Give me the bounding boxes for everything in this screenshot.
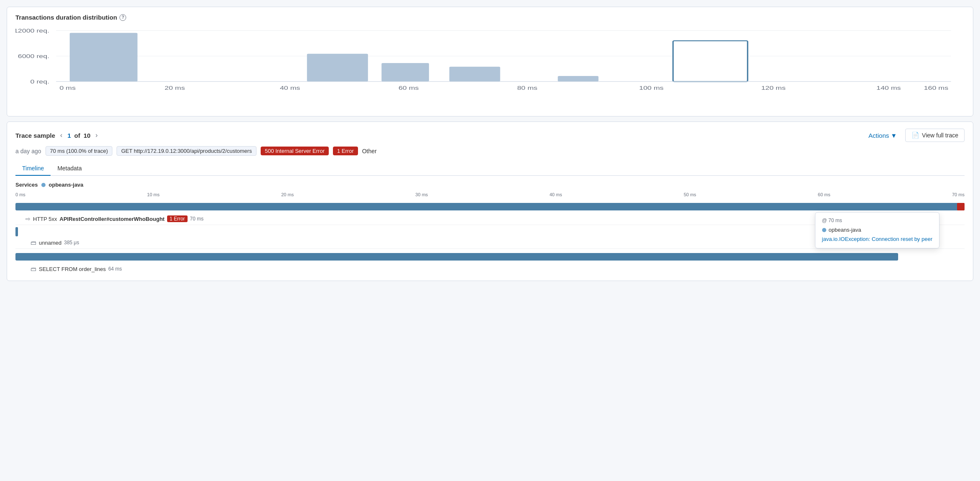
trace-of-label: of xyxy=(74,132,80,139)
tooltip-error-link[interactable]: java.io.IOException: Connection reset by… xyxy=(822,235,932,243)
tab-metadata[interactable]: Metadata xyxy=(51,162,88,176)
svg-text:40 ms: 40 ms xyxy=(280,85,300,91)
divider-2 xyxy=(15,248,965,249)
histogram-chart[interactable]: 12000 req. 6000 req. 0 req. 0 ms 20 ms 4… xyxy=(15,26,965,109)
services-label: Services xyxy=(15,182,38,188)
select-span-bar[interactable] xyxy=(15,253,898,261)
tooltip-time: @ 70 ms xyxy=(822,218,932,223)
unnamed-span-label: unnamed xyxy=(39,240,61,246)
trace-status-badge: 500 Internal Server Error xyxy=(261,147,329,155)
timeline-tooltip: @ 70 ms opbeans-java java.io.IOException… xyxy=(815,212,939,248)
chart-title: Transactions duration distribution ? xyxy=(15,14,965,21)
services-row: Services opbeans-java xyxy=(15,182,965,188)
trace-time-ago: a day ago xyxy=(15,148,41,154)
scale-30ms: 30 ms xyxy=(415,192,428,197)
trace-total: 10 xyxy=(84,132,91,139)
svg-text:20 ms: 20 ms xyxy=(165,85,185,91)
service-dot-icon xyxy=(41,183,46,187)
http-prefix: HTTP 5xx xyxy=(33,216,57,222)
svg-text:120 ms: 120 ms xyxy=(761,85,786,91)
timeline-container: ⇨ HTTP 5xx APIRestController#customerWho… xyxy=(15,200,965,274)
svg-rect-8 xyxy=(381,63,429,81)
chevron-down-icon: ▼ xyxy=(891,132,897,139)
view-full-trace-button[interactable]: 📄 View full trace xyxy=(905,129,965,142)
trace-current-page: 1 xyxy=(67,132,71,139)
http-span-duration: 70 ms xyxy=(190,216,204,222)
svg-text:12000 req.: 12000 req. xyxy=(15,28,49,33)
trace-tabs: Timeline Metadata xyxy=(15,162,965,176)
trace-url: GET http://172.19.0.12:3000/api/products… xyxy=(117,146,256,156)
svg-text:160 ms: 160 ms xyxy=(924,85,949,91)
tooltip-service-name: opbeans-java xyxy=(829,227,861,233)
svg-text:6000 req.: 6000 req. xyxy=(18,53,49,59)
trace-header: Trace sample ‹ 1 of 10 › Actions ▼ 📄 Vie… xyxy=(15,129,965,142)
trace-duration: 70 ms (100.0% of trace) xyxy=(46,146,113,156)
actions-label: Actions xyxy=(868,132,889,139)
svg-rect-11 xyxy=(673,41,748,82)
trace-panel: Trace sample ‹ 1 of 10 › Actions ▼ 📄 Vie… xyxy=(7,122,973,281)
view-trace-label: View full trace xyxy=(922,132,958,139)
svg-rect-7 xyxy=(307,54,368,82)
scale-20ms: 20 ms xyxy=(281,192,294,197)
select-span-duration: 64 ms xyxy=(108,266,122,272)
tab-timeline-label: Timeline xyxy=(22,165,44,172)
main-span-bar[interactable] xyxy=(15,203,965,210)
chart-title-text: Transactions duration distribution xyxy=(15,14,117,21)
trace-title: Trace sample ‹ 1 of 10 › xyxy=(15,131,99,140)
svg-text:0 req.: 0 req. xyxy=(30,79,50,85)
actions-button[interactable]: Actions ▼ xyxy=(864,129,901,142)
timeline-scale: 0 ms 10 ms 20 ms 30 ms 40 ms 50 ms 60 ms… xyxy=(15,192,965,197)
scale-50ms: 50 ms xyxy=(684,192,696,197)
timeline-label-row-3: 🗃 SELECT FROM order_lines 64 ms xyxy=(15,264,965,274)
svg-text:0 ms: 0 ms xyxy=(59,85,76,91)
scale-10ms: 10 ms xyxy=(147,192,160,197)
svg-rect-9 xyxy=(449,67,500,82)
select-span-label: SELECT FROM order_lines xyxy=(39,266,106,272)
svg-text:140 ms: 140 ms xyxy=(876,85,901,91)
db-icon-1: 🗃 xyxy=(30,239,36,246)
trace-meta-row: a day ago 70 ms (100.0% of trace) GET ht… xyxy=(15,146,965,156)
svg-text:80 ms: 80 ms xyxy=(517,85,538,91)
svg-rect-6 xyxy=(70,33,137,82)
tooltip-service-dot xyxy=(822,228,826,232)
prev-trace-button[interactable]: ‹ xyxy=(58,131,64,140)
unnamed-span-duration: 385 μs xyxy=(64,240,79,246)
tab-timeline[interactable]: Timeline xyxy=(15,162,51,176)
scale-60ms: 60 ms xyxy=(818,192,830,197)
next-trace-button[interactable]: › xyxy=(94,131,99,140)
histogram-svg: 12000 req. 6000 req. 0 req. 0 ms 20 ms 4… xyxy=(15,26,965,109)
trace-actions-area: Actions ▼ 📄 View full trace xyxy=(864,129,965,142)
trace-error-badge: 1 Error xyxy=(333,147,358,155)
timeline-row-full-bar xyxy=(15,200,965,214)
service-name: opbeans-java xyxy=(49,182,84,188)
svg-text:100 ms: 100 ms xyxy=(639,85,664,91)
scale-40ms: 40 ms xyxy=(550,192,562,197)
http-error-badge: 1 Error xyxy=(167,215,188,222)
db-icon-2: 🗃 xyxy=(30,266,36,272)
histogram-panel: Transactions duration distribution ? 120… xyxy=(7,7,973,116)
scale-70ms: 70 ms xyxy=(952,192,965,197)
tooltip-service-row: opbeans-java xyxy=(822,227,932,233)
svg-rect-10 xyxy=(558,76,598,81)
trace-other-label: Other xyxy=(362,148,377,154)
tab-metadata-label: Metadata xyxy=(57,165,81,172)
http-span-label: APIRestController#customerWhoBought xyxy=(60,216,165,222)
trace-title-text: Trace sample xyxy=(15,132,55,139)
scale-0ms: 0 ms xyxy=(15,192,25,197)
trace-doc-icon: 📄 xyxy=(911,132,919,139)
info-icon[interactable]: ? xyxy=(119,14,126,21)
http-span-icon: ⇨ xyxy=(25,215,30,222)
timeline-row-long-bar xyxy=(15,250,965,264)
svg-text:60 ms: 60 ms xyxy=(399,85,419,91)
small-span-bar[interactable] xyxy=(15,227,18,236)
error-marker xyxy=(957,203,965,210)
